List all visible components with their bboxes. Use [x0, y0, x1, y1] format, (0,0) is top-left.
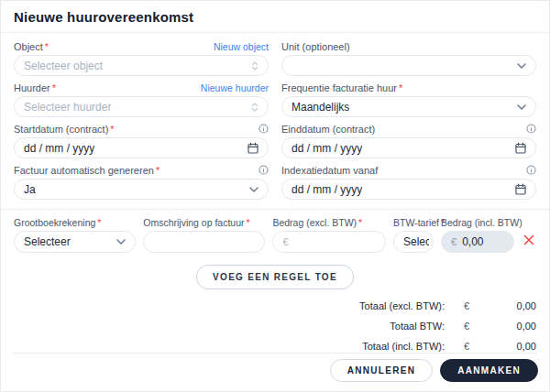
frequentie-select[interactable]: Maandelijks	[281, 96, 536, 117]
field-huurder: Huurder* Nieuwe huurder Selecteer huurde…	[14, 82, 269, 117]
add-row-button[interactable]: VOEG EEN REGEL TOE	[196, 265, 354, 289]
grootboekrekening-select[interactable]: Selecteer	[14, 231, 136, 253]
euro-symbol: €	[445, 300, 489, 311]
euro-prefix: €	[282, 236, 288, 247]
startdatum-label: Startdatum (contract)*	[14, 124, 115, 135]
unit-select[interactable]	[281, 55, 536, 76]
frequentie-label: Frequentie facturatie huur*	[281, 82, 402, 93]
new-rental-agreement-form: Nieuwe huurovereenkomst Object* Nieuw ob…	[0, 0, 550, 392]
total-excl-label: Totaal (excl. BTW):	[252, 300, 445, 311]
field-unit: Unit (optioneel)	[281, 40, 536, 76]
info-icon[interactable]	[258, 124, 269, 134]
btw-tarief-label: BTW-tarief*	[393, 217, 434, 228]
huurder-select-placeholder: Selecteer huurder	[24, 101, 111, 114]
submit-button[interactable]: AANMAKEN	[440, 359, 538, 382]
delete-icon	[523, 234, 534, 245]
calendar-icon[interactable]	[515, 142, 526, 154]
bedrag-excl-label: Bedrag (excl. BTW)*	[272, 217, 386, 228]
required-marker: *	[247, 217, 250, 228]
required-marker: *	[156, 165, 160, 176]
field-bedrag-excl: Bedrag (excl. BTW)* €	[272, 217, 386, 253]
total-incl-value: 0,00	[489, 341, 536, 352]
field-btw-tarief: BTW-tarief* Selecteer	[393, 217, 434, 253]
field-factuur-automatisch: Factuur automatisch genereren* Ja	[14, 164, 269, 200]
chevron-down-icon	[517, 63, 526, 69]
info-icon[interactable]	[526, 124, 536, 134]
total-btw-row: Totaal BTW: € 0,00	[252, 321, 536, 332]
factuur-automatisch-value: Ja	[24, 183, 36, 196]
factuur-automatisch-select[interactable]: Ja	[14, 179, 269, 200]
total-btw-value: 0,00	[489, 321, 536, 332]
total-excl-row: Totaal (excl. BTW): € 0,00	[252, 300, 536, 311]
cancel-button[interactable]: ANNULEREN	[330, 359, 433, 382]
required-marker: *	[358, 217, 362, 228]
required-marker: *	[399, 82, 402, 93]
startdatum-date-input[interactable]: dd / mm / yyyy	[14, 137, 269, 158]
new-object-link[interactable]: Nieuw object	[214, 41, 269, 52]
object-select[interactable]: Selecteer object	[14, 55, 269, 76]
required-marker: *	[45, 41, 49, 52]
omschrijving-label: Omschrijving op factuur*	[143, 217, 265, 228]
total-incl-label: Totaal (incl. BTW):	[252, 341, 445, 352]
field-einddatum: Einddatum (contract) dd / mm / yyyy	[281, 123, 536, 158]
bedrag-incl-value: 0,00	[462, 235, 483, 248]
btw-tarief-select[interactable]: Selecteer	[393, 231, 434, 253]
einddatum-value: dd / mm / yyyy	[292, 142, 362, 155]
chevron-down-icon	[249, 187, 258, 192]
info-icon[interactable]	[258, 165, 269, 175]
field-object: Object* Nieuw object Selecteer object	[14, 40, 269, 76]
form-footer: ANNULEREN AANMAKEN	[1, 353, 549, 391]
einddatum-date-input[interactable]: dd / mm / yyyy	[281, 137, 536, 158]
chevron-down-icon	[517, 104, 526, 110]
object-select-placeholder: Selecteer object	[24, 60, 103, 72]
huurder-label: Huurder*	[14, 82, 56, 93]
field-grootboekrekening: Grootboekrekening* Selecteer	[14, 217, 136, 253]
euro-symbol: €	[445, 341, 489, 352]
euro-prefix: €	[451, 236, 456, 247]
add-row-wrap: VOEG EEN REGEL TOE	[14, 265, 536, 289]
total-btw-label: Totaal BTW:	[252, 321, 445, 332]
euro-symbol: €	[445, 321, 489, 332]
field-startdatum: Startdatum (contract)* dd / mm / yyyy	[14, 123, 269, 158]
grootboekrekening-label: Grootboekrekening*	[14, 217, 136, 228]
invoice-line-row: Grootboekrekening* Selecteer Omschrijvin…	[14, 217, 536, 253]
page-title: Nieuwe huurovereenkomst	[14, 9, 536, 25]
indexatiedatum-date-input[interactable]: dd / mm / yyyy	[281, 179, 536, 200]
required-marker: *	[97, 217, 101, 228]
calendar-icon[interactable]	[248, 142, 258, 154]
indexatiedatum-label: Indexatiedatum vanaf	[281, 165, 378, 176]
chevron-down-icon	[116, 239, 126, 245]
form-header: Nieuwe huurovereenkomst	[1, 1, 549, 33]
field-omschrijving: Omschrijving op factuur*	[143, 217, 265, 253]
info-icon[interactable]	[526, 165, 536, 175]
calendar-icon[interactable]	[515, 183, 526, 195]
new-huurder-link[interactable]: Nieuwe huurder	[201, 82, 269, 93]
frequentie-select-value: Maandelijks	[292, 101, 349, 114]
required-marker: *	[52, 82, 56, 93]
huurder-select[interactable]: Selecteer huurder	[14, 96, 269, 117]
total-excl-value: 0,00	[489, 300, 536, 311]
startdatum-value: dd / mm / yyyy	[24, 142, 94, 155]
unit-label: Unit (optioneel)	[281, 41, 350, 52]
field-indexatiedatum: Indexatiedatum vanaf dd / mm / yyyy	[281, 164, 536, 200]
select-arrows-icon	[251, 60, 258, 71]
einddatum-label: Einddatum (contract)	[281, 124, 375, 135]
select-arrows-icon	[251, 102, 258, 113]
factuur-automatisch-label: Factuur automatisch genereren*	[14, 165, 160, 176]
delete-row-button[interactable]	[522, 233, 536, 247]
section-divider	[1, 209, 549, 210]
bedrag-excl-input[interactable]	[294, 235, 376, 248]
grootboekrekening-value: Selecteer	[24, 235, 71, 248]
indexatiedatum-value: dd / mm / yyyy	[292, 183, 362, 196]
omschrijving-input[interactable]	[143, 231, 265, 253]
required-marker: *	[110, 124, 114, 135]
totals-section: Totaal (excl. BTW): € 0,00 Totaal BTW: €…	[252, 300, 536, 352]
bedrag-excl-input-wrap: €	[272, 231, 386, 253]
bedrag-incl-label: Bedrag (incl. BTW)	[441, 217, 514, 228]
bedrag-incl-readonly: € 0,00	[441, 231, 514, 253]
field-bedrag-incl: Bedrag (incl. BTW) € 0,00	[441, 217, 514, 253]
field-frequentie-facturatie: Frequentie facturatie huur* Maandelijks	[281, 82, 536, 117]
total-incl-row: Totaal (incl. BTW): € 0,00	[252, 341, 536, 352]
form-body: Object* Nieuw object Selecteer object Un…	[1, 33, 549, 352]
btw-tarief-value: Selecteer	[403, 235, 429, 248]
